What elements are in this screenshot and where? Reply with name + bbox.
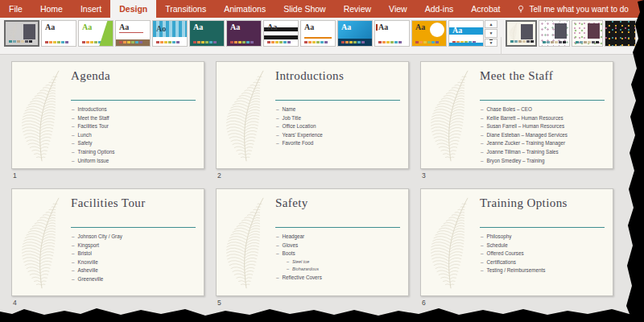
slide-thumbnail-2[interactable]: Introductions –Name–Job Title–Office Loc… <box>216 61 409 169</box>
theme-aa-label: Aa <box>452 26 462 35</box>
bullet-item: –Testing / Reimbursements <box>481 267 608 273</box>
bullet-item: –Boots <box>276 250 403 256</box>
slide-thumbnail-5[interactable]: Safety –Headgear–Gloves–Boots–Steel toe–… <box>216 188 409 296</box>
lightbulb-icon <box>517 5 525 13</box>
theme-thumbnail-retro[interactable]: Aa <box>300 20 336 47</box>
slide-number: 5 <box>216 296 409 314</box>
bullet-item: –Training Options <box>72 149 199 155</box>
ribbon-tab-animations[interactable]: Animations <box>215 0 275 18</box>
ribbon-tab-insert[interactable]: Insert <box>72 0 110 18</box>
bullet-item: –Johnson City / Gray <box>72 233 199 239</box>
bullet-item: –Offered Courses <box>481 250 608 256</box>
ribbon-tab-review[interactable]: Review <box>335 0 380 18</box>
bullet-item: –Meet the Staff <box>72 115 199 121</box>
variants-gallery <box>506 20 636 47</box>
theme-thumbnail-berlin[interactable]: Aa <box>411 20 447 47</box>
feather-image <box>225 65 283 167</box>
feather-image <box>225 192 283 294</box>
theme-color-swatches <box>193 41 217 43</box>
bullet-item: –Name <box>276 106 403 112</box>
variant-thumbnail-floral[interactable] <box>572 20 603 47</box>
title-divider-line <box>275 227 400 228</box>
theme-aa-label: Aa <box>230 23 240 31</box>
theme-thumbnail-wood[interactable]: Aa <box>115 20 151 47</box>
theme-thumbnail-wisp[interactable]: Aa <box>374 20 410 47</box>
bullet-item: –Gloves <box>276 242 403 248</box>
feather-image <box>20 192 78 294</box>
ribbon-tab-slide-show[interactable]: Slide Show <box>275 0 335 18</box>
bullet-item: –Chase Boles – CEO <box>481 106 608 112</box>
theme-aa-label: Aa <box>304 23 314 31</box>
bullet-item: –Asheville <box>72 267 199 273</box>
slide-grid: Agenda –Introductions–Meet the Staff–Fac… <box>11 61 613 314</box>
title-divider-line <box>480 100 605 101</box>
theme-color-swatches <box>415 41 439 43</box>
bullet-item: –Susan Farrell – Human Resources <box>481 123 608 129</box>
theme-thumbnail-office[interactable]: Aa <box>41 20 76 47</box>
slide-thumbnail-6[interactable]: Training Options –Philosophy–Schedule–Of… <box>420 188 613 296</box>
theme-aa-label: Aa <box>378 23 388 31</box>
variant-thumbnail-dark[interactable] <box>605 20 636 47</box>
theme-thumbnail-feather-current[interactable] <box>4 20 39 47</box>
title-divider-line <box>71 100 196 101</box>
theme-color-swatches <box>267 41 291 43</box>
ribbon-tab-view[interactable]: View <box>380 0 416 18</box>
slide-number: 1 <box>11 169 204 187</box>
title-divider-line <box>71 227 196 228</box>
ribbon-tab-design[interactable]: Design <box>110 0 156 18</box>
bullet-item: –Favorite Food <box>276 140 403 146</box>
slide-title: Facilities Tour <box>71 196 197 210</box>
tell-me-box[interactable]: Tell me what you want to do <box>509 0 636 18</box>
theme-thumbnail-facet[interactable]: Aa <box>78 20 114 47</box>
theme-thumbnail-banded[interactable]: Aa <box>448 20 484 47</box>
slide-title: Safety <box>275 196 402 210</box>
variant-thumbnail-feather[interactable] <box>506 20 537 47</box>
ribbon-tab-transitions[interactable]: Transitions <box>156 0 215 18</box>
gallery-scroll-down-button[interactable]: ▼ <box>485 29 497 37</box>
variant-thumbnail-dots[interactable] <box>539 20 570 47</box>
ribbon-tab-add-ins[interactable]: Add-ins <box>416 0 463 18</box>
slide-thumbnail-1[interactable]: Agenda –Introductions–Meet the Staff–Fac… <box>11 61 204 169</box>
bullet-item: –Jeanne Zucker – Training Manager <box>481 140 608 146</box>
gallery-scroll-up-button[interactable]: ▲ <box>485 20 497 28</box>
bullet-item: –Introductions <box>72 106 199 112</box>
theme-color-swatches <box>9 40 32 43</box>
bullet-item: –Philosophy <box>481 233 608 239</box>
bullet-item: –Biohazardous <box>287 266 403 271</box>
bullet-item: –Kingsport <box>72 242 199 248</box>
slide-thumbnail-4[interactable]: Facilities Tour –Johnson City / Gray–Kin… <box>11 188 204 296</box>
ribbon-tab-acrobat[interactable]: Acrobat <box>462 0 509 18</box>
theme-thumbnail-ionb[interactable]: Aa <box>226 20 262 47</box>
theme-thumbnail-ion[interactable]: Aa <box>189 20 225 47</box>
slide-sorter-workspace[interactable]: Agenda –Introductions–Meet the Staff–Fac… <box>0 55 644 322</box>
theme-aa-label: Aa <box>267 23 277 31</box>
theme-color-swatches <box>543 41 566 43</box>
slide-number: 6 <box>420 296 613 314</box>
bullet-item: –Knoxville <box>72 259 199 265</box>
feather-image <box>429 192 487 294</box>
bullet-item: –Safety <box>72 140 199 146</box>
gallery-more-button[interactable]: ▼ <box>485 39 497 47</box>
bullet-item: –Facilities Tour <box>72 123 199 129</box>
bullet-item: –Bryon Smedley – Training <box>481 158 608 163</box>
slide-bullet-list: –Johnson City / Gray–Kingsport–Bristol–K… <box>72 233 199 285</box>
theme-color-swatches <box>45 41 68 43</box>
theme-color-swatches <box>230 41 254 43</box>
theme-thumbnail-slice[interactable]: Aa <box>337 20 373 47</box>
ribbon-tab-home[interactable]: Home <box>31 0 72 18</box>
ribbon-tab-file[interactable]: File <box>0 0 31 18</box>
bullet-item: –Schedule <box>481 242 608 248</box>
bullet-item: –Office Location <box>276 123 403 129</box>
theme-aa-label: Aa <box>341 23 351 31</box>
bullet-item: –Joanne Tillman – Training Sales <box>481 149 608 155</box>
slide-bullet-list: –Philosophy–Schedule–Offered Courses–Cer… <box>481 233 608 276</box>
slide-thumbnail-3[interactable]: Meet the Staff –Chase Boles – CEO–Kellie… <box>420 61 613 169</box>
theme-color-swatches <box>341 41 365 43</box>
title-divider-line <box>480 227 605 228</box>
themes-gallery: AaAaAaAoAaAaAaAaAaAaAaAa <box>4 20 484 47</box>
theme-thumbnail-mainevent[interactable]: Aa <box>263 20 299 47</box>
theme-thumbnail-integral[interactable]: Ao <box>152 20 188 47</box>
bullet-item: –Greeneville <box>72 276 199 282</box>
feather-image <box>429 65 487 167</box>
theme-aa-label: Aa <box>119 23 129 31</box>
